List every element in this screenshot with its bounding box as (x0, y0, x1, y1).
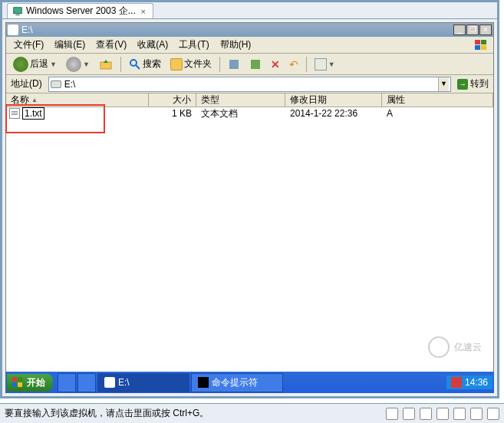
tool-icon-1[interactable] (224, 56, 244, 73)
menu-tools[interactable]: 工具(T) (174, 37, 213, 53)
dropdown-icon: ▼ (328, 61, 335, 68)
drive-icon (104, 377, 115, 388)
vm-device-icon[interactable] (453, 408, 466, 420)
task-explorer[interactable]: E:\ (97, 373, 189, 392)
vm-tab[interactable]: Windows Server 2003 企... × (7, 3, 153, 18)
dropdown-icon: ▼ (50, 61, 57, 68)
addressbar: 地址(D) E:\ ▼ → 转到 (6, 75, 493, 93)
security-shield-icon[interactable] (451, 377, 462, 388)
forward-icon (66, 57, 81, 72)
menu-edit[interactable]: 编辑(E) (50, 37, 90, 53)
cmd-icon (198, 377, 209, 388)
vm-device-icon[interactable] (436, 408, 449, 420)
col-size[interactable]: 大小 (149, 93, 196, 107)
menu-view[interactable]: 查看(V) (91, 37, 131, 53)
file-type: 文本文档 (196, 107, 285, 120)
svg-rect-3 (481, 40, 486, 44)
svg-rect-6 (100, 62, 111, 69)
quicklaunch-ie[interactable] (58, 373, 76, 392)
file-modified: 2014-1-22 22:36 (285, 108, 382, 119)
folder-up-icon (99, 57, 113, 71)
address-value: E:\ (64, 79, 76, 90)
menu-file[interactable]: 文件(F) (9, 37, 48, 53)
task-cmd[interactable]: 命令提示符 (191, 373, 283, 392)
undo-button[interactable]: ↶ (285, 56, 302, 73)
address-dropdown-icon[interactable]: ▼ (438, 77, 449, 91)
svg-rect-11 (12, 377, 17, 382)
close-button[interactable]: × (479, 25, 492, 35)
watermark-cloud-icon (428, 336, 450, 358)
vm-hint-bar: 要直接输入到该虚拟机，请点击里面或按 Ctrl+G。 (0, 403, 504, 423)
undo-icon: ↶ (289, 58, 298, 70)
menu-favorites[interactable]: 收藏(A) (133, 37, 173, 53)
svg-rect-14 (18, 382, 22, 387)
vm-device-icon[interactable] (487, 408, 499, 420)
delete-button[interactable]: ✕ (267, 56, 284, 73)
explorer-titlebar[interactable]: E:\ _ ❐ × (6, 23, 493, 37)
views-icon (315, 58, 327, 70)
quicklaunch-desktop[interactable] (77, 373, 96, 392)
svg-rect-4 (475, 45, 480, 50)
toolbar: 后退 ▼ ▼ 搜索 文件夹 ✕ ↶ (6, 54, 493, 75)
svg-rect-5 (481, 45, 486, 50)
start-button[interactable]: 开始 (7, 374, 53, 392)
windows-logo-icon (12, 376, 24, 389)
vm-device-icon[interactable] (420, 408, 432, 420)
monitor-icon (12, 6, 23, 17)
address-input[interactable]: E:\ ▼ (48, 77, 451, 92)
vm-tab-title: Windows Server 2003 企... (26, 5, 136, 18)
vm-tab-close-icon[interactable]: × (139, 7, 148, 16)
dropdown-icon: ▼ (83, 61, 90, 68)
svg-rect-0 (14, 7, 22, 13)
svg-rect-9 (229, 60, 239, 69)
explorer-title: E:\ (21, 25, 33, 35)
drive-icon (8, 25, 18, 35)
svg-rect-13 (12, 382, 17, 387)
file-list[interactable]: 名称 ▲ 大小 类型 修改日期 属性 1.txt 1 KB 文本文档 (6, 93, 493, 387)
col-type[interactable]: 类型 (196, 93, 285, 107)
vm-device-icon[interactable] (470, 408, 483, 420)
back-icon (13, 57, 28, 72)
svg-rect-1 (15, 14, 19, 15)
text-file-icon (9, 108, 20, 119)
file-attributes: A (382, 108, 493, 119)
address-label: 地址(D) (8, 77, 45, 90)
forward-button[interactable]: ▼ (62, 54, 94, 74)
delete-x-icon: ✕ (271, 58, 280, 70)
hint-text: 要直接输入到该虚拟机，请点击里面或按 Ctrl+G。 (5, 407, 209, 420)
views-button[interactable]: ▼ (311, 56, 339, 73)
svg-rect-2 (475, 40, 480, 44)
file-size: 1 KB (149, 108, 196, 119)
drive-icon (51, 80, 61, 88)
minimize-button[interactable]: _ (453, 25, 466, 35)
tool-icon-2[interactable] (245, 56, 265, 73)
sort-asc-icon: ▲ (31, 97, 38, 103)
go-arrow-icon: → (457, 79, 468, 90)
svg-rect-12 (18, 377, 22, 382)
col-attributes[interactable]: 属性 (382, 93, 493, 107)
windows-flag-icon (473, 38, 490, 52)
go-button[interactable]: → 转到 (454, 77, 492, 90)
col-name[interactable]: 名称 ▲ (6, 93, 149, 107)
svg-line-8 (136, 65, 140, 69)
taskbar: 开始 E:\ 命令提示符 14:36 (5, 372, 494, 393)
vm-device-icon[interactable] (403, 408, 415, 420)
vm-device-icon[interactable] (386, 408, 398, 420)
menubar: 文件(F) 编辑(E) 查看(V) 收藏(A) 工具(T) 帮助(H) (6, 37, 493, 54)
search-icon (129, 58, 141, 70)
column-headers: 名称 ▲ 大小 类型 修改日期 属性 (6, 93, 493, 107)
search-button[interactable]: 搜索 (125, 55, 165, 73)
restore-button[interactable]: ❐ (466, 25, 479, 35)
folders-button[interactable]: 文件夹 (166, 55, 216, 73)
folder-icon (170, 58, 183, 70)
back-button[interactable]: 后退 ▼ (9, 54, 61, 74)
system-tray[interactable]: 14:36 (446, 375, 492, 389)
clock: 14:36 (465, 377, 488, 388)
vm-tabbar: Windows Server 2003 企... × (2, 2, 497, 19)
file-row[interactable]: 1.txt 1 KB 文本文档 2014-1-22 22:36 A (6, 107, 493, 120)
menu-help[interactable]: 帮助(H) (216, 37, 256, 53)
up-button[interactable] (95, 55, 117, 74)
col-modified[interactable]: 修改日期 (285, 93, 382, 107)
svg-point-7 (130, 60, 137, 66)
filename-edit[interactable]: 1.txt (22, 107, 44, 120)
